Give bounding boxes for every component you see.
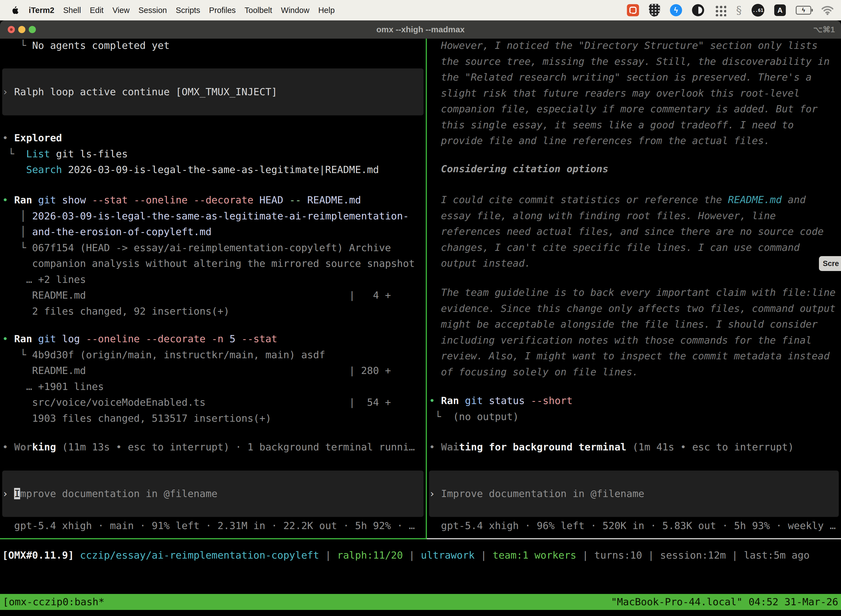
- hook-icon[interactable]: §: [736, 4, 742, 16]
- terminal-line: 1903 files changed, 513517 insertions(+): [2, 411, 391, 427]
- menu-item-scripts[interactable]: Scripts: [171, 6, 205, 15]
- terminal-line: the source tree, missing the essay. Stil…: [441, 54, 830, 70]
- terminal-line: … +1901 lines: [2, 378, 391, 395]
- window-title: omx --xhigh --madmax: [0, 21, 841, 39]
- terminal-line: README.md | 4 +: [2, 287, 415, 303]
- wifi-icon[interactable]: [821, 5, 834, 15]
- apple-menu[interactable]: [7, 6, 24, 14]
- terminal-line: • Explored: [2, 130, 379, 146]
- prompt-input-right[interactable]: › Improve documentation in @filename: [429, 471, 839, 517]
- explored-block: • Explored └ List git ls-files Search 20…: [2, 130, 379, 178]
- waiting-status: • Waiting for background terminal (1m 41…: [429, 439, 794, 455]
- tmux-status-bar: [omx-cczip0:bash* "MacBook-Pro-44.local"…: [0, 594, 841, 610]
- terminal-line: README.md | 280 +: [2, 363, 391, 378]
- screen-edge-button[interactable]: Scre: [819, 256, 841, 271]
- terminal-line: companion analysis without altering the …: [2, 255, 415, 271]
- terminal-line: provide file and line references from th…: [441, 133, 830, 149]
- menu-item-session[interactable]: Session: [134, 6, 171, 15]
- terminal-line: essay file, along with finding root file…: [441, 208, 823, 224]
- terminal-line: • Ran git show --stat --oneline --decora…: [2, 192, 415, 208]
- terminal-line: the "Related research writing" section i…: [441, 69, 830, 85]
- git-status-block: • Ran git status --short └ (no output): [429, 393, 573, 424]
- menu-item-iterm2[interactable]: iTerm2: [24, 6, 59, 15]
- reasoning-heading: Considering citation options: [441, 161, 608, 177]
- terminal-line: evidence. Since this change only affects…: [441, 301, 835, 317]
- menu-item-view[interactable]: View: [108, 6, 134, 15]
- terminal-line: references need actual files, and since …: [441, 224, 823, 239]
- battery-percent-icon[interactable]: ..61: [752, 4, 764, 16]
- window-shortcut: ⌥⌘1: [813, 21, 835, 39]
- terminal-line: gpt-5.4 xhigh · 96% left · 520K in · 5.8…: [429, 518, 836, 534]
- terminal-line: › Improve documentation in @filename: [2, 488, 217, 499]
- screen-recording-icon[interactable]: [627, 4, 639, 16]
- terminal-line: I could cite commit statistics or refere…: [441, 192, 823, 208]
- working-status: • Working (11m 13s • esc to interrupt) ·…: [2, 439, 415, 455]
- tmux-host-clock: "MacBook-Pro-44.local" 04:52 31-Mar-26: [611, 594, 838, 610]
- screen: iTerm2 Shell Edit View Session Scripts P…: [0, 0, 841, 616]
- terminal-line: might be acceptable alongside the file l…: [441, 316, 835, 332]
- input-source-icon[interactable]: A: [774, 4, 786, 16]
- menu-item-window[interactable]: Window: [277, 6, 314, 15]
- tmux-session-label: [omx-cczip0:bash*: [3, 594, 104, 610]
- terminal-line: └ (no output): [429, 409, 573, 425]
- menu-bar: iTerm2 Shell Edit View Session Scripts P…: [0, 0, 841, 21]
- menu-status-icons: § ..61 A: [627, 4, 834, 16]
- git-show-block: • Ran git show --stat --oneline --decora…: [2, 192, 415, 319]
- terminal-line: Considering citation options: [441, 161, 608, 177]
- terminal-line: However, I noticed the "Directory Struct…: [441, 39, 830, 54]
- reasoning-paragraph-2: I could cite commit statistics or refere…: [441, 192, 823, 271]
- terminal-line: companion file, especially if more comme…: [441, 101, 830, 117]
- terminal-line: The team guideline is to back every impo…: [441, 285, 835, 301]
- messenger-icon[interactable]: [670, 4, 682, 16]
- dots-grid-icon[interactable]: [714, 4, 726, 16]
- right-pane-separator: [427, 538, 841, 539]
- terminal-line: │ 2026-03-09-is-legal-the-same-as-legiti…: [2, 208, 415, 224]
- terminal-line: • Working (11m 13s • esc to interrupt) ·…: [2, 439, 415, 455]
- left-pane-separator: [0, 538, 426, 539]
- reasoning-paragraph-3: The team guideline is to back every impo…: [441, 285, 835, 380]
- terminal-line: of focusing solely on file lines.: [441, 364, 835, 380]
- model-status-right: gpt-5.4 xhigh · 96% left · 520K in · 5.8…: [429, 518, 836, 534]
- menu-item-toolbelt[interactable]: Toolbelt: [240, 6, 277, 15]
- terminal-line: └ No agents completed yet: [2, 39, 170, 54]
- terminal-line: › Improve documentation in @filename: [429, 488, 644, 499]
- model-status-left: gpt-5.4 xhigh · main · 91% left · 2.31M …: [2, 518, 415, 534]
- pie-crescent-icon[interactable]: [692, 4, 704, 16]
- terminal-window: omx --xhigh --madmax ⌥⌘1 └ No agents com…: [0, 21, 841, 616]
- terminal-line: this single essay, it seems like a good …: [441, 117, 830, 133]
- terminal-line: slight risk that future readers may over…: [441, 85, 830, 101]
- terminal-line: • Ran git status --short: [429, 393, 573, 409]
- terminal-line: └ List git ls-files: [2, 146, 379, 162]
- terminal-line: • Ran git log --oneline --decorate -n 5 …: [2, 331, 391, 347]
- reasoning-paragraph-1: However, I noticed the "Directory Struct…: [441, 39, 830, 149]
- terminal-line: review. Also, I might want to inspect th…: [441, 348, 835, 364]
- menu-item-profiles[interactable]: Profiles: [205, 6, 240, 15]
- omx-status-bar: [OMX#0.11.9] cczip/essay/ai-reimplementa…: [2, 547, 810, 563]
- keyboard-shield-icon[interactable]: [649, 4, 660, 16]
- battery-icon[interactable]: [796, 6, 811, 15]
- menu-item-shell[interactable]: Shell: [59, 6, 85, 15]
- menu-item-edit[interactable]: Edit: [85, 6, 108, 15]
- terminal-line: src/voice/voiceModeEnabled.ts | 54 +: [2, 395, 391, 411]
- terminal-line: output instead.: [441, 255, 823, 271]
- apple-icon: [12, 6, 19, 14]
- git-log-block: • Ran git log --oneline --decorate -n 5 …: [2, 331, 391, 426]
- terminal-line: [OMX#0.11.9] cczip/essay/ai-reimplementa…: [2, 547, 810, 563]
- terminal-line: │ and-the-erosion-of-copyleft.md: [2, 224, 415, 240]
- terminal-line: └ 067f154 (HEAD -> essay/ai-reimplementa…: [2, 240, 415, 256]
- terminal-line: including verification notes with those …: [441, 332, 835, 348]
- inject-banner: › Ralph loop active continue [OMX_TMUX_I…: [2, 69, 423, 115]
- terminal-line: changes, I can't cite specific file line…: [441, 239, 823, 255]
- pane-right: However, I noticed the "Directory Struct…: [427, 39, 841, 538]
- prompt-input-left[interactable]: › Improve documentation in @filename: [2, 471, 423, 517]
- menu-item-help[interactable]: Help: [314, 6, 339, 15]
- terminal-line: └ 4b9d30f (origin/main, instructkr/main,…: [2, 347, 391, 363]
- terminal-line: Search 2026-03-09-is-legal-the-same-as-l…: [2, 162, 379, 178]
- terminal-line: 2 files changed, 92 insertions(+): [2, 303, 415, 319]
- pane-left: └ No agents completed yet › Ralph loop a…: [0, 39, 426, 538]
- terminal-line: … +2 lines: [2, 271, 415, 287]
- title-bar[interactable]: omx --xhigh --madmax ⌥⌘1: [0, 21, 841, 39]
- terminal-line: • Waiting for background terminal (1m 41…: [429, 439, 794, 455]
- terminal-line: gpt-5.4 xhigh · main · 91% left · 2.31M …: [2, 518, 415, 534]
- agent-summary: └ No agents completed yet: [2, 39, 170, 54]
